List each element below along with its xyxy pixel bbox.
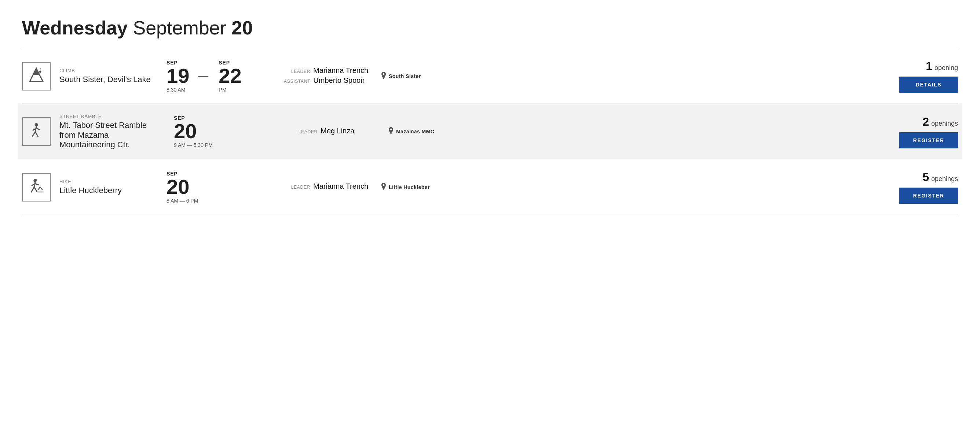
end-date-block: SEP 22 PM (219, 60, 241, 93)
start-day: 20 (174, 121, 197, 141)
page-header: Wednesday September 20 (22, 17, 958, 38)
assistant-label: ASSISTANT (284, 79, 310, 84)
time-range: 9 AM — 5:30 PM (174, 142, 213, 148)
openings-label: openings (931, 120, 958, 127)
leader-name: Marianna Trench (313, 66, 368, 75)
event-location: Mazamas MMC (388, 127, 461, 136)
openings-count: 1 (926, 59, 932, 73)
start-time: 8:30 AM (167, 87, 185, 93)
leader-label: LEADER (284, 69, 310, 74)
event-name: Mt. Tabor Street Ramble from Mazama Moun… (59, 120, 162, 149)
event-dates: SEP 19 8:30 AM — SEP 22 PM (167, 60, 269, 93)
leader-row: LEADER Marianna Trench (284, 66, 372, 75)
svg-line-8 (35, 132, 38, 136)
event-type: HIKE (59, 179, 155, 184)
page-title: Wednesday September 20 (22, 17, 958, 38)
event-icon-box (22, 117, 51, 146)
start-date-block: SEP 20 9 AM — 5:30 PM (174, 115, 213, 148)
time-range: 8 AM — 6 PM (167, 198, 198, 204)
event-row: CLIMB South Sister, Devil's Lake SEP 19 … (22, 49, 958, 103)
openings-count: 2 (923, 115, 929, 128)
event-location: Little Huckleber (381, 183, 454, 192)
location-name: South Sister (389, 73, 421, 79)
openings-count: 5 (923, 170, 929, 184)
leader-label: LEADER (291, 129, 318, 135)
event-row: HIKE Little Huckleberry SEP 20 8 AM — 6 … (22, 160, 958, 214)
leader-label: LEADER (284, 185, 310, 190)
start-day: 19 (167, 66, 189, 86)
openings-text: 2openings (923, 115, 958, 128)
openings-label: openings (931, 175, 958, 182)
event-type: CLIMB (59, 68, 155, 73)
start-day: 20 (167, 177, 189, 197)
climb-icon (27, 67, 45, 86)
month-label: September (133, 17, 226, 38)
action-button[interactable]: DETAILS (899, 76, 958, 93)
svg-line-13 (32, 187, 35, 192)
event-action: 5openings REGISTER (892, 170, 958, 204)
event-icon-box (22, 173, 51, 201)
location-pin-icon (381, 72, 387, 81)
date-separator: — (198, 70, 208, 82)
event-row: STREET RAMBLE Mt. Tabor Street Ramble fr… (18, 103, 963, 160)
event-action: 1opening DETAILS (892, 59, 958, 93)
openings-text: 1opening (926, 59, 958, 73)
svg-line-16 (35, 184, 38, 185)
end-time: PM (219, 87, 226, 93)
day-number: 20 (231, 17, 253, 38)
leader-name: Marianna Trench (313, 182, 368, 190)
leader-row: LEADER Meg Linza (291, 127, 379, 135)
svg-point-2 (39, 70, 41, 73)
location-pin-icon (381, 183, 387, 192)
openings-text: 5openings (923, 170, 958, 184)
start-date-block: SEP 19 8:30 AM (167, 60, 189, 93)
assistant-name: Umberto Spoon (313, 76, 364, 85)
end-day: 22 (219, 66, 241, 86)
start-date-block: SEP 20 8 AM — 6 PM (167, 171, 198, 204)
event-info: HIKE Little Huckleberry (59, 179, 155, 195)
location-pin-icon (388, 127, 394, 136)
event-leader: LEADER Marianna Trench (284, 182, 372, 192)
event-name: South Sister, Devil's Lake (59, 75, 155, 84)
svg-line-10 (36, 128, 40, 130)
event-leader: LEADER Meg Linza (291, 127, 379, 137)
location-name: Mazamas MMC (396, 128, 434, 135)
event-leader: LEADER Marianna Trench ASSISTANT Umberto… (284, 66, 372, 86)
event-info: CLIMB South Sister, Devil's Lake (59, 68, 155, 84)
event-type: STREET RAMBLE (59, 114, 162, 119)
day-label: Wednesday (22, 17, 127, 38)
leader-row: LEADER Marianna Trench (284, 182, 372, 190)
event-list: CLIMB South Sister, Devil's Lake SEP 19 … (22, 49, 958, 214)
svg-marker-1 (33, 68, 40, 75)
svg-line-14 (34, 187, 37, 191)
event-info: STREET RAMBLE Mt. Tabor Street Ramble fr… (59, 114, 162, 149)
walk-icon (27, 122, 45, 141)
location-name: Little Huckleber (389, 184, 430, 190)
event-dates: SEP 20 9 AM — 5:30 PM (174, 115, 277, 148)
svg-line-7 (33, 132, 36, 136)
event-location: South Sister (381, 72, 454, 81)
openings-label: opening (934, 64, 958, 71)
event-name: Little Huckleberry (59, 186, 155, 195)
event-action: 2openings REGISTER (892, 115, 958, 148)
svg-marker-4 (40, 68, 41, 69)
event-icon-box (22, 62, 51, 90)
assistant-row: ASSISTANT Umberto Spoon (284, 76, 372, 85)
action-button[interactable]: REGISTER (899, 187, 958, 204)
action-button[interactable]: REGISTER (899, 132, 958, 148)
leader-name: Meg Linza (321, 127, 354, 135)
hike-icon (27, 178, 45, 197)
event-dates: SEP 20 8 AM — 6 PM (167, 171, 269, 204)
